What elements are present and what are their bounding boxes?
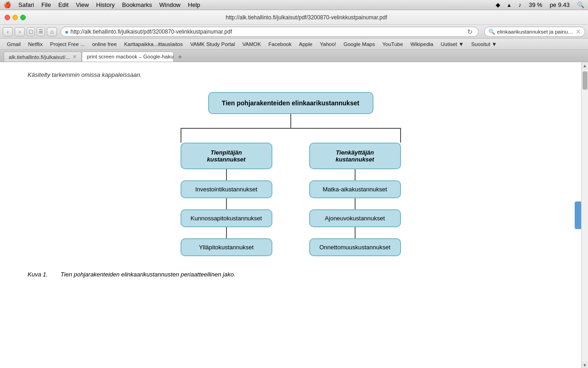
browser-content: Käsitelty tarkemmin omissa kappaleissaan… bbox=[0, 62, 588, 368]
bookmark-netflix[interactable]: Netflix bbox=[25, 41, 46, 47]
menu-help[interactable]: Help bbox=[188, 1, 200, 8]
bookmark-suositut[interactable]: Suositut ▼ bbox=[468, 41, 500, 47]
connector-right-1 bbox=[355, 198, 356, 209]
leaf-right-1: Matka-aikakustannukset bbox=[309, 180, 401, 198]
tab-label-google: print screen macbook – Google-haku bbox=[87, 54, 174, 59]
search-text: elinkaarikustannukset ja painumariskit t… bbox=[497, 29, 574, 34]
url-text: http://alk.tiehallinto.fi/julkaisut/pdf/… bbox=[70, 29, 465, 35]
category-left-label: Tienpitäjänkustannukset bbox=[189, 149, 264, 163]
bookmark-projectfree[interactable]: Project Free ... bbox=[47, 41, 88, 47]
tab-google[interactable]: print screen macbook – Google-haku ✕ bbox=[82, 52, 174, 62]
leaf-right-1-label: Matka-aikakustannukset bbox=[322, 186, 387, 193]
connector-right-cat bbox=[355, 169, 356, 180]
bookmark-uutiset[interactable]: Uutiset ▼ bbox=[437, 41, 467, 47]
home-button[interactable]: ⌂ bbox=[47, 27, 57, 36]
leaf-right-3: Onnettomuuskustannukset bbox=[309, 238, 401, 256]
figure-text: Tien pohjarakenteiden elinkaarikustannus… bbox=[61, 271, 236, 278]
bookmark-yahoo[interactable]: Yahoo! bbox=[317, 41, 339, 47]
bookmark-karttapaikka[interactable]: Karttapaikka...ittauslaitos bbox=[121, 41, 186, 47]
bookmark-vamk[interactable]: VAMK Study Portal bbox=[187, 41, 238, 47]
title-bar: http://alk.tiehallinto.fi/julkaisut/pdf/… bbox=[0, 10, 588, 25]
category-right-label: Tienkäyttäjänkustannukset bbox=[317, 149, 393, 163]
scroll-up-button[interactable]: ▲ bbox=[582, 62, 588, 69]
traffic-lights bbox=[5, 15, 26, 20]
menu-history[interactable]: History bbox=[96, 1, 114, 8]
menu-window[interactable]: Window bbox=[159, 1, 181, 8]
category-right-box: Tienkäyttäjänkustannukset bbox=[309, 143, 401, 169]
bookmark-youtube[interactable]: YouTube bbox=[379, 41, 406, 47]
apple-menu[interactable]: 🍎 bbox=[4, 1, 11, 8]
bookmark-apple[interactable]: Apple bbox=[296, 41, 316, 47]
bookmark-vamok[interactable]: VAMOK bbox=[239, 41, 265, 47]
tab-close-pdf[interactable]: ✕ bbox=[73, 54, 77, 60]
connector-root-down bbox=[290, 114, 291, 128]
diagram-root-box: Tien pohjarakenteiden elinkaarikustannuk… bbox=[208, 92, 373, 114]
search-clear-button[interactable]: ✕ bbox=[576, 28, 581, 35]
leaf-left-3-label: Ylläpitokustannukset bbox=[199, 244, 254, 251]
connector-left-1 bbox=[226, 198, 227, 209]
branch-right: Tienkäyttäjänkustannukset Matka-aikakust… bbox=[309, 143, 401, 256]
url-bar[interactable]: ● http://alk.tiehallinto.fi/julkaisut/pd… bbox=[61, 27, 479, 37]
forward-button[interactable]: › bbox=[15, 27, 25, 36]
wifi-icon: ▴ bbox=[508, 1, 511, 8]
reload-button[interactable]: ↻ bbox=[465, 28, 475, 35]
window-title: http://alk.tiehallinto.fi/julkaisut/pdf/… bbox=[29, 14, 583, 21]
leaf-left-3: Ylläpitokustannukset bbox=[181, 238, 272, 256]
spotlight-icon[interactable]: 🔍 bbox=[577, 1, 584, 8]
nav-bar: ‹ › ▢ ☰ ⌂ ● http://alk.tiehallinto.fi/ju… bbox=[0, 25, 588, 39]
dropbox-icon[interactable]: ◆ bbox=[496, 1, 500, 8]
connector-h-bar bbox=[181, 128, 401, 129]
bookmark-googlemaps[interactable]: Google Maps bbox=[340, 41, 378, 47]
tab-pdf[interactable]: alk.tiehallinto.fi/julkaisut/... ✕ bbox=[4, 52, 82, 62]
branch-left: Tienpitäjänkustannukset Investointikusta… bbox=[181, 143, 272, 256]
leaf-left-1-label: Investointikustannukset bbox=[195, 186, 257, 193]
bookmark-onlinefree[interactable]: online free bbox=[89, 41, 120, 47]
leaf-left-2: Kunnossapitokustannukset bbox=[181, 209, 272, 227]
connector-left-cat bbox=[226, 169, 227, 180]
diagram-branches: Tienpitäjänkustannukset Investointikusta… bbox=[181, 143, 401, 256]
menu-file[interactable]: File bbox=[41, 1, 51, 8]
battery-status: 39 % bbox=[529, 1, 543, 8]
bookmark-gmail[interactable]: Gmail bbox=[4, 41, 24, 47]
volume-icon: ♪ bbox=[518, 1, 521, 8]
scroll-thumb[interactable] bbox=[582, 71, 588, 90]
maximize-button[interactable] bbox=[20, 15, 26, 20]
leaf-left-1: Investointikustannukset bbox=[181, 180, 272, 198]
clock: pe 9.43 bbox=[550, 1, 570, 8]
diagram: Tien pohjarakenteiden elinkaarikustannuk… bbox=[28, 92, 554, 256]
back-button[interactable]: ‹ bbox=[3, 27, 13, 36]
menu-bookmarks[interactable]: Bookmarks bbox=[122, 1, 152, 8]
new-tab-button[interactable]: + bbox=[175, 52, 185, 62]
diagram-root-label: Tien pohjarakenteiden elinkaarikustannuk… bbox=[222, 99, 359, 107]
leaf-right-2-label: Ajoneuvokustannukset bbox=[325, 215, 385, 222]
page-top-text: Käsitelty tarkemmin omissa kappaleissaan… bbox=[28, 71, 554, 78]
search-bar[interactable]: 🔍 elinkaarikustannukset ja painumariskit… bbox=[484, 27, 585, 37]
tab-bar: alk.tiehallinto.fi/julkaisut/... ✕ print… bbox=[0, 50, 588, 62]
side-tab[interactable] bbox=[575, 201, 581, 229]
scroll-track[interactable] bbox=[582, 69, 588, 362]
scroll-down-button[interactable]: ▼ bbox=[582, 362, 588, 368]
menu-safari[interactable]: Safari bbox=[18, 1, 34, 8]
bookmark-facebook[interactable]: Facebook bbox=[265, 41, 295, 47]
menu-edit[interactable]: Edit bbox=[58, 1, 68, 8]
category-left-box: Tienpitäjänkustannukset bbox=[181, 143, 272, 169]
search-icon: 🔍 bbox=[488, 29, 495, 35]
bookmark-wikipedia[interactable]: Wikipedia bbox=[407, 41, 436, 47]
show-all-tabs-button[interactable]: ▢ bbox=[27, 27, 35, 36]
connector-right-down bbox=[400, 128, 401, 143]
figure-caption: Kuva 1. Tien pohjarakenteiden elinkaarik… bbox=[28, 270, 285, 279]
connector-left-down bbox=[181, 128, 181, 143]
leaf-right-2: Ajoneuvokustannukset bbox=[309, 209, 401, 227]
close-button[interactable] bbox=[5, 15, 10, 20]
side-scrollbar: ▲ ▼ bbox=[581, 62, 588, 368]
connector-right-2 bbox=[355, 227, 356, 238]
bookmarks-bar: Gmail Netflix Project Free ... online fr… bbox=[0, 39, 588, 50]
reading-list-button[interactable]: ☰ bbox=[37, 27, 45, 36]
leaf-right-3-label: Onnettomuuskustannukset bbox=[319, 244, 390, 251]
menu-view[interactable]: View bbox=[76, 1, 89, 8]
leaf-left-2-label: Kunnossapitokustannukset bbox=[191, 215, 262, 222]
figure-label: Kuva 1. bbox=[28, 271, 48, 278]
browser-chrome: http://alk.tiehallinto.fi/julkaisut/pdf/… bbox=[0, 10, 588, 62]
connector-left-2 bbox=[226, 227, 227, 238]
minimize-button[interactable] bbox=[12, 15, 18, 20]
